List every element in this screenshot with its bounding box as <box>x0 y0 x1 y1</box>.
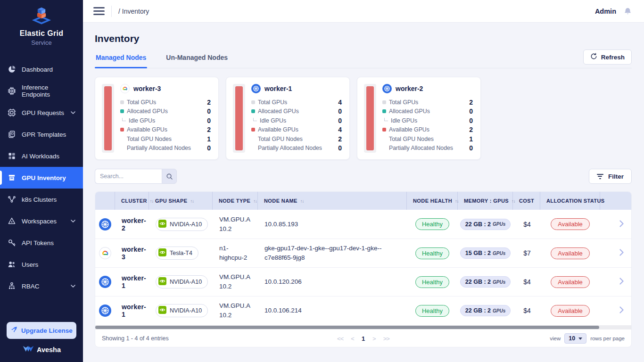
table-header: CLUSTER↑↓ GPU SHAPE↑↓ NODE TYPE↑↓ NODE N… <box>95 192 631 210</box>
sidebar-item-label: GPR Templates <box>22 131 66 138</box>
chevron-right-icon <box>619 220 624 229</box>
sidebar-item-label: API Tokens <box>22 239 54 247</box>
table-row[interactable]: worker-1 NVIDIA-A10 VM.GPU.A10.2 10.0.12… <box>95 267 631 296</box>
column-header-icon <box>600 192 631 210</box>
card-stat-total-gpu-nodes: Total GPU Nodes1 <box>382 134 473 144</box>
cell-cluster: worker-2 <box>115 212 149 237</box>
sidebar-item-gpu-inventory[interactable]: GPU Inventory <box>0 167 83 189</box>
avesha-logo-icon <box>22 345 34 354</box>
topbar: / Inventory Admin <box>83 0 644 23</box>
cell-cost: $4 <box>513 216 540 233</box>
sidebar-item-workspaces[interactable]: Workspaces <box>0 210 83 232</box>
gpu-shape-badge: NVIDIA-A10 <box>156 304 208 317</box>
column-header-node-type[interactable]: NODE TYPE↑↓ <box>213 192 258 210</box>
column-header-memory-gpus[interactable]: MEMORY : GPUS↑↓ <box>458 192 513 210</box>
cell-allocation-status: Available <box>540 214 600 235</box>
row-expand-button[interactable] <box>600 302 631 320</box>
kubernetes-icon <box>99 218 111 230</box>
rows-per-page-value: 10 <box>569 335 575 342</box>
memory-gpus-badge: 22 GB : 2GPUs <box>460 305 511 316</box>
scrollbar-thumb[interactable] <box>95 326 599 329</box>
card-stat-total-gpu-nodes: Total GPU Nodes2 <box>251 134 342 144</box>
refresh-button[interactable]: Refresh <box>583 49 632 65</box>
user-menu[interactable]: Admin <box>595 8 616 15</box>
table-row[interactable]: worker-1 NVIDIA-A10 VM.GPU.A10.2 10.0.10… <box>95 296 631 325</box>
card-stat-available-gpus: Available GPUs2 <box>120 125 211 135</box>
allocation-status-badge: Available <box>551 247 590 259</box>
chevron-down-icon <box>71 111 75 114</box>
sidebar-item-users[interactable]: Users <box>0 254 83 275</box>
users-icon <box>8 260 16 269</box>
row-expand-button[interactable] <box>600 244 631 262</box>
rows-per-page-select[interactable]: 10 <box>564 333 586 344</box>
row-expand-button[interactable] <box>600 215 631 233</box>
cell-node-health: Healthy <box>407 243 458 264</box>
card-stat-partially-allocated-nodes: Partially Allocated Nodes0 <box>382 144 473 153</box>
clusters-icon <box>8 195 16 204</box>
cell-memory-gpus: 22 GB : 2GPUs <box>458 214 513 235</box>
inventory-icon <box>8 173 16 182</box>
table-row[interactable]: worker-3 Tesla-T4 n1-highcpu-2 gke-gpu17… <box>95 239 631 267</box>
upgrade-license-button[interactable]: Upgrade License <box>7 322 76 339</box>
filter-icon <box>597 174 603 179</box>
sidebar-item-rbac[interactable]: RBAC <box>0 275 83 297</box>
hamburger-menu-icon[interactable] <box>93 7 105 15</box>
horizontal-scrollbar[interactable] <box>95 325 631 329</box>
node-card-title: worker-2 <box>396 85 423 92</box>
node-summary-card-worker-3: worker-3 Total GPUs2 Allocated GPUs0 Idl… <box>95 77 219 160</box>
card-stat-available-gpus: Available GPUs4 <box>251 125 342 135</box>
cell-cluster: worker-1 <box>115 270 149 294</box>
table-row[interactable]: worker-2 NVIDIA-A10 VM.GPU.A10.2 10.0.85… <box>95 210 631 239</box>
row-expand-button[interactable] <box>600 273 631 291</box>
search-icon[interactable] <box>162 169 177 184</box>
sort-icon[interactable]: ↑↓ <box>190 198 194 204</box>
inference-endpoints-icon <box>8 87 16 95</box>
filter-label: Filter <box>608 173 624 180</box>
notifications-bell-icon[interactable] <box>624 7 632 16</box>
page-first-button[interactable]: << <box>337 335 343 342</box>
page-next-button[interactable]: > <box>372 335 376 342</box>
search-input[interactable] <box>95 169 162 184</box>
page-title: Inventory <box>95 33 632 44</box>
sidebar-item-gpu-requests[interactable]: GPU Requests <box>0 102 83 123</box>
sidebar-item-label: Workspaces <box>22 218 57 225</box>
kubernetes-icon <box>382 84 392 93</box>
tab-managed-nodes[interactable]: Managed Nodes <box>95 49 147 68</box>
sort-icon[interactable]: ↑↓ <box>300 198 304 204</box>
column-header-cluster[interactable]: CLUSTER↑↓ <box>115 192 149 210</box>
tab-un-managed-nodes[interactable]: Un-Managed Nodes <box>165 49 229 68</box>
cell-cost: $4 <box>513 302 540 319</box>
card-stat-idle-gpus: Idle GPUs0 <box>120 116 211 125</box>
app-window: Elastic Grid Service Dashboard Inference… <box>0 0 644 362</box>
tree-branch-icon <box>122 118 126 121</box>
cell-node-type: VM.GPU.A10.2 <box>213 210 258 238</box>
elastic-grid-logo-icon <box>3 7 80 27</box>
node-card-title: worker-1 <box>264 85 292 92</box>
allocation-status-badge: Available <box>551 305 590 317</box>
column-header-node-name[interactable]: NODE NAME↑↓ <box>258 192 407 210</box>
card-stat-total-gpus: Total GPUs4 <box>251 98 342 107</box>
brand-subtitle: Service <box>3 39 80 46</box>
filter-button[interactable]: Filter <box>589 169 632 184</box>
page-last-button[interactable]: >> <box>383 335 389 342</box>
sort-icon[interactable]: ↑↓ <box>253 198 257 204</box>
breadcrumb[interactable]: / Inventory <box>118 8 149 15</box>
sidebar-item-inference-endpoints[interactable]: Inference Endpoints <box>0 80 83 102</box>
memory-gpus-badge: 22 GB : 2GPUs <box>460 276 511 288</box>
key-icon <box>8 239 16 247</box>
column-header-gpu-shape[interactable]: GPU SHAPE↑↓ <box>149 192 213 210</box>
card-stat-idle-gpus: Idle GPUs0 <box>251 116 342 125</box>
sidebar-item-k8s-clusters[interactable]: k8s Clusters <box>0 189 83 210</box>
sidebar-item-label: Dashboard <box>22 66 53 73</box>
column-header-node-health[interactable]: NODE HEALTH↑↓ <box>407 192 458 210</box>
rocket-icon <box>10 326 17 335</box>
sidebar-item-gpr-templates[interactable]: GPR Templates <box>0 123 83 145</box>
page-prev-button[interactable]: < <box>351 335 354 342</box>
sidebar-item-ai-workloads[interactable]: AI Workloads <box>0 145 83 167</box>
gcp-icon <box>99 247 111 259</box>
cell-memory-gpus: 22 GB : 2GPUs <box>458 300 513 321</box>
sidebar-item-dashboard[interactable]: Dashboard <box>0 58 83 80</box>
sidebar-item-api-tokens[interactable]: API Tokens <box>0 232 83 254</box>
page-number[interactable]: 1 <box>362 335 365 342</box>
cell-memory-gpus: 15 GB : 2GPUs <box>458 243 513 263</box>
